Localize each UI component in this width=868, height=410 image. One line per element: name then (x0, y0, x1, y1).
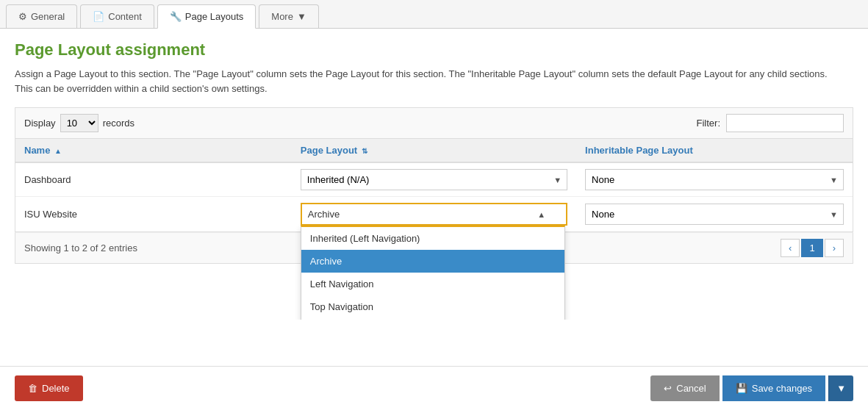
tab-page-layouts[interactable]: 🔧 Page Layouts (157, 4, 257, 29)
display-controls: Display 10 25 50 100 records (24, 114, 134, 132)
page-layout-select-wrapper-dashboard: Inherited (N/A) Archive Left Navigation … (301, 169, 567, 190)
general-icon: ⚙ (18, 11, 27, 22)
filter-input[interactable] (726, 114, 844, 132)
page-layouts-icon: 🔧 (170, 11, 182, 22)
col-header-page-layout[interactable]: Page Layout ⇅ (292, 139, 576, 162)
dropdown-open-wrapper: Archive ▲ Inherited (Left Navigation) Ar… (301, 203, 567, 226)
col-header-name[interactable]: Name ▲ (15, 139, 292, 162)
records-label: records (103, 118, 134, 129)
dropdown-option-inherited-left-nav[interactable]: Inherited (Left Navigation) (301, 227, 564, 250)
page-layout-select-dashboard[interactable]: Inherited (N/A) Archive Left Navigation … (301, 169, 567, 190)
inheritable-layout-select-dashboard[interactable]: None Archive Left Navigation Top Navigat… (585, 169, 844, 190)
dropdown-option-left-nav[interactable]: Left Navigation (301, 273, 564, 295)
tab-general-label: General (31, 11, 65, 22)
table-body: Dashboard Inherited (N/A) Archive Left N… (15, 162, 853, 231)
main-content: Page Layout assignment Assign a Page Lay… (0, 29, 868, 276)
filter-label: Filter: (697, 118, 721, 129)
table-row: ISU Website Archive ▲ Inherited (Left Na… (15, 197, 853, 232)
tab-general[interactable]: ⚙ General (6, 4, 77, 28)
inheritable-layout-select-isu[interactable]: None Archive Left Navigation Top Navigat… (585, 204, 844, 225)
more-caret-icon: ▼ (297, 11, 306, 22)
name-sort-icon: ▲ (54, 147, 62, 155)
pagination-buttons: ‹ 1 › (781, 239, 844, 257)
page-layout-dropdown-menu: Inherited (Left Navigation) Archive Left… (301, 226, 565, 320)
records-per-page-select[interactable]: 10 25 50 100 (60, 114, 98, 132)
table-row: Dashboard Inherited (N/A) Archive Left N… (15, 162, 853, 197)
tab-content-label: Content (108, 11, 142, 22)
dropdown-option-top-nav[interactable]: Top Navigation (301, 295, 564, 318)
pagination-info: Showing 1 to 2 of 2 entries (24, 242, 137, 253)
content-icon: 📄 (93, 11, 104, 22)
tabs-bar: ⚙ General 📄 Content 🔧 Page Layouts More … (0, 0, 868, 29)
tab-page-layouts-label: Page Layouts (185, 11, 244, 22)
page-layout-sort-icon: ⇅ (362, 147, 367, 155)
page-layout-dropdown-trigger-isu[interactable]: Archive ▲ (301, 203, 567, 226)
page-title: Page Layout assignment (15, 40, 853, 60)
dropdown-option-archive[interactable]: Archive (301, 250, 564, 273)
tab-more-label: More (271, 11, 293, 22)
display-label: Display (24, 118, 56, 129)
inheritable-layout-select-wrapper-isu: None Archive Left Navigation Top Navigat… (585, 204, 844, 225)
table-header: Name ▲ Page Layout ⇅ Inheritable Page La… (15, 139, 853, 162)
page-layout-table: Name ▲ Page Layout ⇅ Inheritable Page La… (15, 139, 853, 231)
row-page-layout-dashboard: Inherited (N/A) Archive Left Navigation … (292, 162, 576, 197)
row-inheritable-layout-isu-website: None Archive Left Navigation Top Navigat… (576, 197, 853, 232)
row-inheritable-layout-dashboard: None Archive Left Navigation Top Navigat… (576, 162, 853, 197)
page-description: Assign a Page Layout to this section. Th… (15, 67, 853, 96)
pagination-page-1-button[interactable]: 1 (801, 239, 822, 257)
description-line2: This can be overridden within a child se… (15, 83, 268, 94)
dropdown-selected-value: Archive (308, 209, 340, 220)
row-name-isu-website: ISU Website (15, 197, 292, 232)
tab-more[interactable]: More ▼ (259, 4, 319, 28)
tab-content[interactable]: 📄 Content (80, 4, 154, 28)
table-controls: Display 10 25 50 100 records Filter: (15, 107, 853, 139)
row-name-dashboard: Dashboard (15, 162, 292, 197)
chevron-up-icon: ▲ (537, 210, 545, 219)
pagination-prev-button[interactable]: ‹ (781, 239, 800, 257)
row-page-layout-isu-website: Archive ▲ Inherited (Left Navigation) Ar… (292, 197, 576, 232)
filter-controls: Filter: (697, 114, 844, 132)
description-line1: Assign a Page Layout to this section. Th… (15, 68, 828, 79)
pagination-next-button[interactable]: › (825, 239, 844, 257)
col-header-inheritable: Inheritable Page Layout (576, 139, 853, 162)
dropdown-option-top-nav-right-sidebar[interactable]: Top Navigation with right sidebar (301, 318, 564, 320)
inheritable-layout-select-wrapper-dashboard: None Archive Left Navigation Top Navigat… (585, 169, 844, 190)
table-wrapper: Name ▲ Page Layout ⇅ Inheritable Page La… (15, 139, 853, 232)
